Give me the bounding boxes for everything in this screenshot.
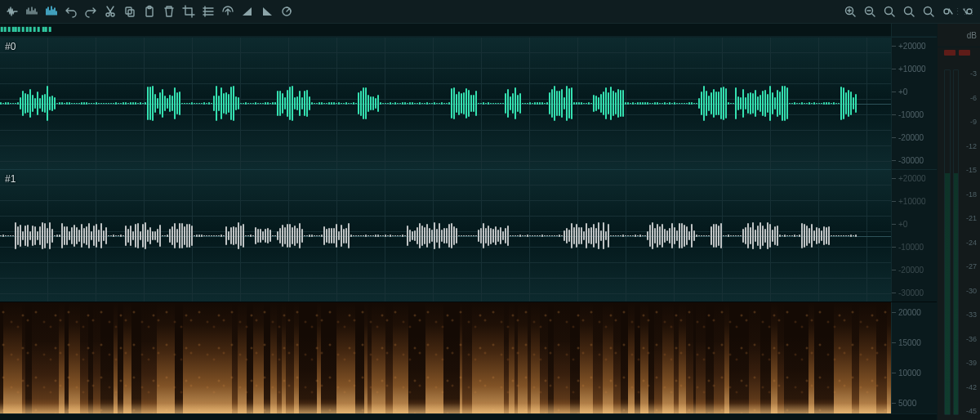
marker-strip: ▮▮ ▮ ▮▮▮ ▮ ▮▮ ▮ ▮ ▮▮ ▮ [0,25,51,33]
zoom-fit-icon[interactable] [900,2,918,20]
waveform-0 [0,79,891,128]
zoom-in-icon[interactable] [841,2,859,20]
svg-point-9 [885,7,893,15]
frequency-scale: 2000015000100005000 [891,302,937,413]
bottom-ruler[interactable] [0,413,937,420]
view-spectral-icon[interactable] [42,2,60,20]
panel-grip-icon[interactable]: ⋮⋮⋮ [953,7,975,17]
clip-indicator-left[interactable] [944,50,956,56]
spectrogram-canvas[interactable] [0,302,891,413]
waveform-area: ▮▮ ▮ ▮▮▮ ▮ ▮▮ ▮ ▮ ▮▮ ▮ #0 #1 [0,24,937,302]
meter-bar-left [944,69,951,415]
copy-icon[interactable] [121,2,139,20]
waveform-1 [0,212,891,261]
waveform-track-1[interactable]: #1 [0,169,891,302]
channel-label: #0 [5,41,16,52]
undo-icon[interactable] [62,2,80,20]
svg-point-12 [944,9,949,14]
meter-scale: -3-6-9-12-15-18-21-24-27-30-33-36-39-42-… [959,69,977,415]
channel-label: #1 [5,173,16,185]
zoom-1to1-icon[interactable] [920,2,938,20]
clip-indicator-right[interactable] [959,50,970,56]
toolbar: ⋮⋮⋮ [0,0,980,24]
zoom-selection-icon[interactable] [880,2,898,20]
level-meter: dB -3-6-9-12-15-18-21-24-27-30-33-36-39-… [937,24,980,420]
zoom-out-icon[interactable] [861,2,879,20]
timeline-ruler[interactable]: ▮▮ ▮ ▮▮▮ ▮ ▮▮ ▮ ▮ ▮▮ ▮ [0,24,891,37]
svg-point-11 [924,7,932,15]
insert-silence-icon[interactable] [219,2,237,20]
amplitude-scale: +20000+10000+0-10000-20000-30000 +20000+… [891,24,937,302]
meter-bar-right [953,69,960,415]
paste-icon[interactable] [140,2,158,20]
analyze-icon[interactable] [278,2,296,20]
cut-icon[interactable] [101,2,119,20]
crop-icon[interactable] [180,2,198,20]
ramp-up-icon[interactable] [238,2,256,20]
spectrogram-area: 2000015000100005000 [0,302,937,413]
redo-icon[interactable] [82,2,100,20]
meter-unit-label: dB [938,24,980,47]
svg-point-10 [905,7,912,15]
waveform-track-0[interactable]: #0 [0,37,891,169]
ramp-down-icon[interactable] [258,2,276,20]
delete-icon[interactable] [160,2,178,20]
view-bars-icon[interactable] [23,2,41,20]
fade-in-icon[interactable] [199,2,217,20]
view-waveform-icon[interactable] [3,2,21,20]
